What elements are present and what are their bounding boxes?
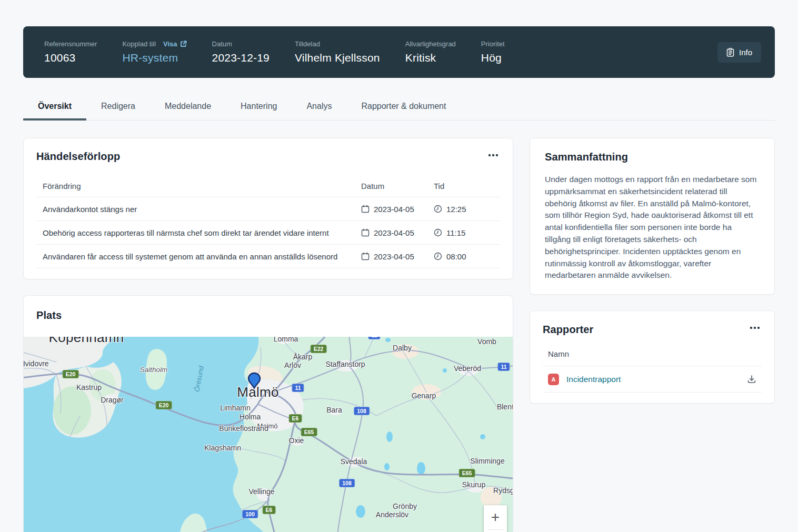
column-header-change: Förändring [36, 182, 361, 190]
report-link[interactable]: Incidentrapport [566, 375, 621, 384]
change-text: Användarkontot stängs ner [36, 205, 361, 214]
download-button[interactable] [745, 373, 759, 386]
download-icon [747, 375, 756, 384]
tab-redigera[interactable]: Redigera [86, 94, 150, 120]
map-label-badge-green: E20 [63, 370, 79, 378]
timeline-row: Användarkontot stängs ner 2023-04-05 12:… [36, 197, 500, 221]
field-label: Prioritet [481, 40, 505, 48]
zoom-in-button[interactable]: + [484, 505, 507, 529]
field-label: Allvarlighetsgrad [405, 40, 456, 48]
show-link[interactable]: Visa [163, 40, 187, 48]
map-label-town: Arlöv [284, 361, 301, 369]
incident-header-bar: Referensnummer 10063 Kopplad till Visa H… [23, 26, 775, 78]
column-header-date: Datum [361, 182, 434, 190]
map-label-badge-green: E6 [289, 414, 302, 423]
clipboard-icon [726, 48, 734, 57]
map-label-town: Lomma [274, 337, 298, 343]
zoom-divider [487, 529, 503, 530]
map-label-town: Slimminge [470, 457, 504, 465]
tab-bar: Översikt Redigera Meddelande Hantering A… [23, 94, 775, 121]
map-label-town: Dalby [393, 344, 412, 352]
timeline-title: Händelseförlopp [36, 150, 500, 163]
field-reference-number: Referensnummer 10063 [44, 40, 97, 64]
map-label-town: Vellinge [248, 487, 274, 496]
timeline-row: Användaren får access till systemet geno… [36, 245, 500, 268]
column-header-time: Tid [434, 182, 500, 190]
pdf-file-icon: A [548, 374, 559, 385]
tab-hantering[interactable]: Hantering [226, 94, 292, 120]
map-label-water: Öresund [193, 365, 205, 393]
calendar-icon [361, 228, 370, 237]
time-text: 12:25 [446, 205, 466, 214]
map-label-town: Grönby [393, 502, 417, 510]
location-title: Plats [36, 309, 500, 322]
timeline-menu-button[interactable] [486, 152, 500, 158]
map-label-badge-green: E20 [156, 401, 172, 409]
right-column: Sammanfattning Under dagen mottogs en ra… [530, 138, 775, 404]
external-link-icon [180, 41, 187, 47]
left-column: Händelseförlopp Förändring Datum Tid Anv… [23, 138, 513, 532]
map-label-town: Åkarp [293, 353, 313, 361]
severity-value: Kritisk [405, 52, 456, 64]
map-label-island: Saltholm [140, 366, 168, 374]
date-value: 2023-12-19 [212, 52, 270, 64]
map-label-town: Bara [326, 406, 342, 414]
map-label-town: Genarp [412, 392, 436, 400]
linked-system-link[interactable]: HR-system [122, 52, 186, 64]
timeline-header-row: Förändring Datum Tid [36, 175, 500, 197]
change-text: Användaren får access till systemet geno… [36, 252, 361, 261]
map-label-town: Bunkeflostrand [219, 424, 268, 433]
incident-page: Referensnummer 10063 Kopplad till Visa H… [0, 0, 798, 532]
map-label-town: Oxie [289, 436, 304, 445]
map-label-badge-blue: 108 [339, 479, 355, 487]
map-label-badge-green: E22 [311, 345, 327, 353]
map-label-town: Kastrup [76, 383, 102, 392]
map-label-badge-green: E65 [301, 428, 317, 436]
summary-text: Under dagen mottogs en rapport från en m… [545, 174, 760, 282]
priority-value: Hög [481, 52, 505, 64]
clock-icon [434, 228, 442, 237]
field-priority: Prioritet Hög [481, 40, 505, 64]
info-button[interactable]: Info [717, 42, 761, 63]
map[interactable]: KöpenhamnHvidovreKastrupDragørSaltholmÖr… [24, 337, 513, 532]
reports-menu-button[interactable] [748, 325, 762, 331]
time-text: 11:15 [446, 228, 465, 237]
timeline-row: Obehörig access rapporteras till närmsta… [36, 221, 500, 245]
tab-rapporter-dokument[interactable]: Rapporter & dokument [346, 94, 461, 120]
clock-icon [434, 205, 442, 213]
map-label-town: Blentarp [497, 403, 513, 411]
reports-title: Rapporter [543, 324, 762, 336]
map-label-town: Vomb [477, 337, 496, 346]
map-label-city: Malmö [237, 384, 279, 400]
map-label-town: Svedala [341, 457, 367, 466]
map-label-town: Anderslöv [376, 510, 408, 519]
map-label-badge-green: E65 [459, 469, 475, 477]
field-label: Referensnummer [44, 40, 97, 48]
map-label-town: Veberöd [454, 364, 481, 373]
reports-card: Rapporter Namn A Incidentrapport [530, 310, 775, 404]
map-label-badge-green: E6 [263, 506, 276, 514]
date-text: 2023-04-05 [374, 252, 414, 261]
tab-analys[interactable]: Analys [292, 94, 346, 120]
date-text: 2023-04-05 [374, 228, 414, 237]
map-label-town: Dragør [101, 396, 124, 404]
assignee-value: Vilhelm Kjellsson [295, 52, 380, 64]
field-severity: Allvarlighetsgrad Kritisk [405, 40, 456, 64]
map-label-city: Köpenhamn [49, 337, 124, 346]
column-header-name: Namn [543, 349, 762, 366]
change-text: Obehörig access rapporteras till närmsta… [36, 228, 361, 237]
timeline-table: Förändring Datum Tid Användarkontot stän… [36, 175, 500, 268]
field-label: Kopplad till [122, 40, 156, 48]
date-text: 2023-04-05 [374, 205, 414, 214]
clock-icon [434, 252, 442, 260]
map-label-town: Rydsgård [493, 486, 513, 495]
map-label-town: Hvidovre [24, 359, 49, 368]
reference-number-value: 10063 [44, 52, 97, 64]
map-label-badge-blue: 100 [242, 510, 258, 518]
field-label: Datum [212, 40, 232, 48]
tab-oversikt[interactable]: Översikt [23, 94, 86, 120]
tab-meddelande[interactable]: Meddelande [150, 94, 226, 120]
map-labels: KöpenhamnHvidovreKastrupDragørSaltholmÖr… [24, 337, 513, 532]
map-label-town: Staffanstorp [325, 360, 365, 368]
summary-title: Sammanfattning [545, 151, 760, 163]
